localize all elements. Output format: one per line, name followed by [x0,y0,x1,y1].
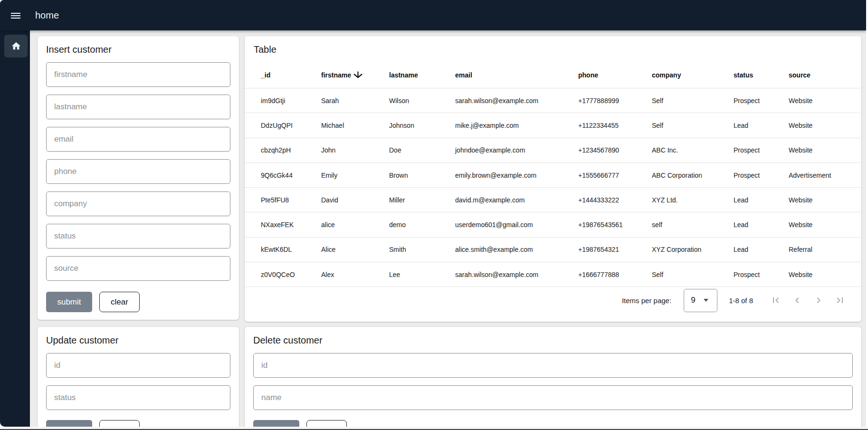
cell-lastname: Wilson [389,97,455,105]
cell-id: DdzUgQPI [261,122,321,129]
cell-status: Prospect [734,97,789,105]
cell-email: sarah.wilson@example.com [455,97,578,105]
cell-phone: +19876543561 [578,221,652,229]
insert-clear-button[interactable]: clear [99,292,140,312]
delete-customer-card: Delete customer submit clear [245,327,861,427]
column-header-company[interactable]: company [652,71,734,79]
cell-status: Lead [734,122,789,129]
table-row[interactable]: Pte5fFU8 David Miller david.m@example.co… [245,188,861,212]
chevron-right-icon [813,295,824,306]
table-paginator: Items per page: 9 1-8 of 8 [245,287,861,322]
update-customer-card: Update customer submit clear [38,327,239,427]
cell-email: userdemo601@gmail.com [455,221,578,229]
cell-phone: +1666777888 [578,271,652,278]
table-row[interactable]: cbzqh2pH John Doe johndoe@example.com +1… [245,138,861,163]
items-per-page-label: Items per page: [622,296,671,305]
cell-firstname: Sarah [321,97,389,105]
first-page-icon [770,295,782,306]
page-size-select[interactable]: 9 [684,289,717,312]
column-header-lastname[interactable]: lastname [389,71,455,79]
cell-id: cbzqh2pH [261,146,321,154]
chevron-left-icon [792,295,803,306]
column-header-source[interactable]: source [789,71,852,79]
cell-id: NXaxeFEK [261,221,321,229]
cell-id: Pte5fFU8 [261,196,321,204]
cell-lastname: demo [389,221,455,229]
table-row[interactable]: DdzUgQPI Michael Johnson mike.j@example.… [245,113,861,138]
delete-submit-button[interactable]: submit [253,420,299,427]
cell-phone: +1555666777 [578,172,652,179]
cell-source: Website [789,221,852,229]
insert-form-input[interactable] [46,127,230,152]
column-header-phone[interactable]: phone [578,71,652,79]
cell-company: ABC Corporation [652,172,734,179]
first-page-button[interactable] [765,290,786,311]
delete-clear-button[interactable]: clear [306,420,347,427]
column-header-status[interactable]: status [734,71,789,79]
table-header-row: _id firstname lastname email phone compa… [245,62,861,88]
cell-phone: +1777888999 [578,97,652,105]
cell-email: mike.j@example.com [455,122,578,129]
column-header-email[interactable]: email [455,71,578,79]
page-title: home [35,10,59,21]
table-row[interactable]: kEwtK6DL Alice Smith alice.smith@example… [245,238,861,262]
table-body: im9dGtji Sarah Wilson sarah.wilson@examp… [245,88,861,287]
update-clear-button[interactable]: clear [99,420,140,427]
insert-form-input[interactable] [46,159,230,184]
cell-id: kEwtK6DL [261,246,321,253]
cell-phone: +1444333222 [578,196,652,204]
cell-company: Self [652,271,734,278]
previous-page-button[interactable] [786,290,808,311]
table-row[interactable]: im9dGtji Sarah Wilson sarah.wilson@examp… [245,88,861,113]
update-card-title: Update customer [46,327,230,346]
cell-firstname: John [321,146,389,154]
insert-form-input[interactable] [46,191,230,216]
insert-form-input[interactable] [46,95,230,119]
delete-card-title: Delete customer [253,327,853,346]
table-row[interactable]: NXaxeFEK alice demo userdemo601@gmail.co… [245,212,861,237]
insert-form-input[interactable] [46,256,230,281]
cell-status: Prospect [734,172,789,179]
delete-form-input[interactable] [253,353,853,378]
cell-email: david.m@example.com [455,196,578,204]
update-form-input[interactable] [46,353,230,378]
update-form-fields [46,353,230,410]
cell-source: Website [789,196,852,204]
cell-firstname: Emily [321,172,389,179]
cell-phone: +1234567890 [578,146,652,154]
cell-lastname: Brown [389,172,455,179]
column-header-firstname[interactable]: firstname [321,71,389,79]
cell-status: Prospect [734,146,789,154]
insert-form-input[interactable] [46,62,230,87]
next-page-button[interactable] [808,290,829,311]
select-caret-icon [704,299,708,302]
app-window: home Insert customer [0,0,866,427]
cell-company: ABC Inc. [652,146,734,154]
insert-submit-button[interactable]: submit [46,292,92,312]
hamburger-menu-icon[interactable] [11,13,20,19]
table-row[interactable]: 9Q6cGk44 Emily Brown emily.brown@example… [245,163,861,188]
cell-source: Website [789,146,852,154]
insert-card-title: Insert customer [46,36,230,55]
cell-company: Self [652,122,734,129]
cell-email: johndoe@example.com [455,146,578,154]
table-card-title: Table [245,36,861,55]
home-icon [11,41,21,51]
sidebar-item-home[interactable] [4,35,28,57]
cell-source: Website [789,122,852,129]
table-row[interactable]: z0V0QCeO Alex Lee sarah.wilson@example.c… [245,262,861,287]
cell-email: emily.brown@example.com [455,172,578,179]
column-header-id[interactable]: _id [261,71,321,79]
delete-form-input[interactable] [253,385,853,410]
cell-firstname: David [321,196,389,204]
delete-form-fields [253,353,853,410]
insert-form-input[interactable] [46,224,230,248]
cell-phone: +1122334455 [578,122,652,129]
last-page-button[interactable] [829,290,850,311]
cell-email: sarah.wilson@example.com [455,271,578,278]
update-form-input[interactable] [46,385,230,410]
update-submit-button[interactable]: submit [46,420,92,427]
main-content: Insert customer [30,30,866,427]
cell-lastname: Lee [389,271,455,278]
cell-company: self [652,221,734,229]
